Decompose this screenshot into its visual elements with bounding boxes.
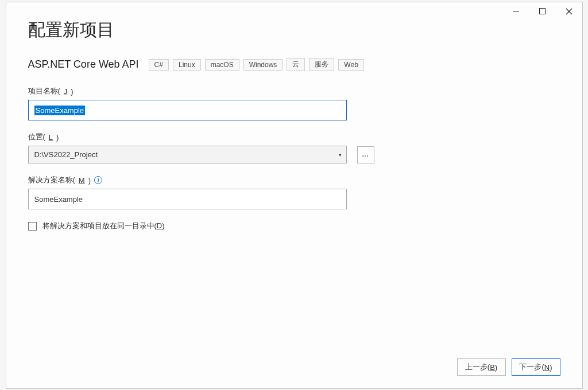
- project-name-value: SomeExample: [34, 106, 86, 115]
- project-type-name: ASP.NET Core Web API: [28, 58, 139, 71]
- same-directory-checkbox[interactable]: [28, 222, 37, 231]
- footer-buttons: 上一步(B) 下一步(N): [457, 358, 560, 376]
- tag-csharp: C#: [149, 59, 169, 71]
- tag-web: Web: [338, 59, 363, 71]
- tag-linux: Linux: [173, 59, 201, 71]
- close-button[interactable]: [556, 2, 582, 20]
- dialog-window: 配置新项目 ASP.NET Core Web API C# Linux macO…: [6, 2, 583, 389]
- solution-name-input[interactable]: SomeExample: [28, 189, 347, 209]
- info-icon[interactable]: i: [94, 176, 102, 184]
- location-combo[interactable]: D:\VS2022_Project ▾: [28, 146, 347, 163]
- tag-macos: macOS: [205, 59, 239, 71]
- browse-location-button[interactable]: ...: [357, 146, 374, 163]
- solution-name-label: 解决方案名称(M) i: [28, 175, 560, 185]
- minimize-button[interactable]: [503, 2, 529, 20]
- tag-windows: Windows: [243, 59, 283, 71]
- next-button[interactable]: 下一步(N): [512, 358, 560, 376]
- same-directory-label: 将解决方案和项目放在同一目录中(D): [42, 221, 165, 231]
- content-area: 配置新项目 ASP.NET Core Web API C# Linux macO…: [6, 18, 582, 231]
- project-type-row: ASP.NET Core Web API C# Linux macOS Wind…: [28, 58, 560, 71]
- project-name-input[interactable]: SomeExample: [28, 100, 347, 120]
- back-button[interactable]: 上一步(B): [457, 358, 506, 376]
- location-label: 位置(L): [28, 132, 560, 142]
- tag-cloud: 云: [287, 58, 305, 71]
- solution-name-value: SomeExample: [34, 195, 83, 204]
- dropdown-arrow-icon: ▾: [339, 152, 342, 158]
- same-directory-row: 将解决方案和项目放在同一目录中(D): [28, 221, 560, 231]
- titlebar: [6, 2, 582, 20]
- location-value: D:\VS2022_Project: [34, 150, 98, 159]
- maximize-button[interactable]: [529, 2, 556, 20]
- project-name-label: 项目名称(J): [28, 86, 560, 96]
- tag-service: 服务: [309, 58, 334, 71]
- page-title: 配置新项目: [28, 18, 560, 42]
- svg-rect-1: [540, 9, 546, 14]
